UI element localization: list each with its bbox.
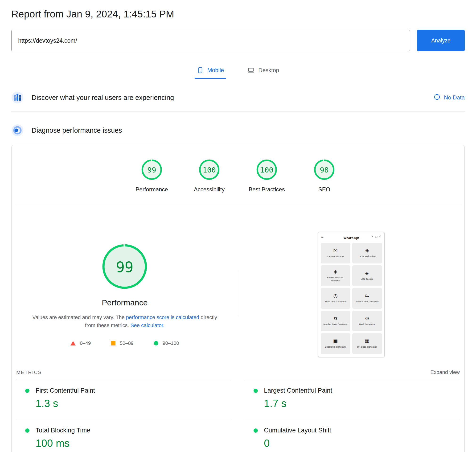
score-accessibility: 100 Accessibility — [190, 158, 228, 193]
tool-tile[interactable]: ⇆ JSON / Yaml Converter — [352, 288, 382, 309]
tool-icon: ⇆ — [333, 316, 338, 321]
pass-circle-icon — [154, 341, 158, 346]
tool-tile[interactable]: ▣ Checksum Generator — [321, 333, 350, 354]
tool-label: URL Encode — [361, 278, 373, 281]
pass-dot-icon — [254, 428, 258, 433]
metric-head: First Contentful Paint — [25, 387, 231, 394]
score-disclaimer: Values are estimated and may vary. The p… — [29, 313, 220, 329]
thumbnail-app-header: ≡ What's up! ☀ ▢ ☾ — [321, 234, 382, 243]
see-calculator-link[interactable]: See calculator. — [131, 322, 165, 328]
disclaimer-text: Values are estimated and may vary. The — [32, 314, 126, 320]
score-label[interactable]: Best Practices — [249, 186, 285, 193]
final-screenshot-thumbnail[interactable]: ≡ What's up! ☀ ▢ ☾ ⚄ Random Number — [318, 232, 384, 357]
tool-tile-grid: ⚄ Random Number ◈ JSON Web Token ◈ — [321, 243, 382, 354]
tool-icon: ▦ — [365, 339, 370, 344]
metric-head: Total Blocking Time — [25, 427, 231, 434]
metric-label: First Contentful Paint — [36, 387, 95, 394]
no-data-status[interactable]: No Data — [434, 94, 465, 102]
score-best-practices: 100 Best Practices — [248, 158, 286, 193]
svg-text:99: 99 — [147, 166, 156, 174]
tool-label: Date Time Converter — [325, 300, 346, 303]
metric-value: 0 — [264, 437, 460, 449]
category-scores: 99 Performance 100 Accessibility 100 — [12, 145, 464, 193]
url-form: Analyze — [11, 30, 465, 51]
tool-tile[interactable]: ◈ JSON Web Token — [352, 243, 382, 264]
metric-label: Total Blocking Time — [36, 427, 91, 434]
diagnose-section-title: Diagnose performance issues — [32, 126, 122, 134]
pass-dot-icon — [25, 389, 29, 393]
svg-text:98: 98 — [320, 166, 329, 174]
tool-tile[interactable]: ⚄ Random Number — [321, 243, 350, 264]
tool-tile[interactable]: ◷ Date Time Converter — [321, 288, 350, 309]
tool-tile[interactable]: ⇆ Number Base Converter — [321, 311, 350, 331]
url-input[interactable] — [11, 30, 410, 51]
analyze-button[interactable]: Analyze — [417, 30, 465, 51]
crux-users-icon — [11, 92, 24, 104]
tool-tile[interactable]: ⊛ Hash Generator — [352, 311, 382, 331]
auto-theme-icon: ▢ — [375, 235, 377, 238]
tool-icon: ◈ — [334, 269, 337, 274]
diagnose-section-header: Diagnose performance issues — [11, 124, 465, 136]
metric-value: 1.3 s — [36, 398, 231, 409]
legend-average-range: 50–89 — [111, 340, 133, 346]
tool-tile[interactable]: ◈ Base64 Encoder / Decoder — [321, 265, 350, 286]
no-data-label: No Data — [444, 94, 465, 101]
accessibility-score-gauge[interactable]: 100 — [198, 158, 221, 181]
seo-score-gauge[interactable]: 98 — [313, 158, 336, 181]
score-label[interactable]: Performance — [135, 186, 168, 193]
pagespeed-report-page: Report from Jan 9, 2024, 1:45:15 PM Anal… — [0, 8, 476, 452]
tool-icon: ◷ — [333, 293, 338, 298]
svg-text:100: 100 — [260, 166, 273, 174]
mobile-phone-icon — [197, 67, 204, 73]
tool-icon: ◈ — [365, 271, 369, 276]
tab-mobile[interactable]: Mobile — [195, 67, 226, 79]
performance-score-gauge[interactable]: 99 — [140, 158, 163, 181]
performance-detail-section: 99 Performance Values are estimated and … — [12, 204, 464, 357]
thumbnail-app-title: What's up! — [344, 236, 359, 240]
discover-section-title: Discover what your real users are experi… — [32, 94, 174, 102]
metric-value: 100 ms — [36, 437, 231, 449]
metric-first-contentful-paint: First Contentful Paint 1.3 s — [16, 380, 231, 420]
performance-gauge-title: Performance — [102, 298, 148, 307]
svg-text:100: 100 — [203, 166, 216, 174]
tab-mobile-label: Mobile — [207, 67, 224, 73]
lighthouse-beacon-icon — [11, 124, 24, 136]
tool-icon: ⇆ — [365, 293, 369, 298]
average-square-icon — [111, 341, 115, 346]
tool-icon: ◈ — [365, 248, 369, 253]
tool-label: Base64 Encoder / Decoder — [322, 276, 349, 282]
metric-cumulative-layout-shift: Cumulative Layout Shift 0 — [245, 420, 460, 452]
tool-label: Random Number — [327, 255, 344, 258]
legend-fail-range: 0–49 — [70, 340, 91, 346]
page-screenshot-column: ≡ What's up! ☀ ▢ ☾ ⚄ Random Number — [238, 204, 465, 357]
score-label[interactable]: Accessibility — [194, 186, 225, 193]
best-practices-score-gauge[interactable]: 100 — [255, 158, 278, 181]
tool-tile[interactable]: ◈ URL Encode — [352, 265, 382, 286]
expand-view-toggle[interactable]: Expand view — [430, 369, 460, 375]
fail-triangle-icon — [70, 341, 76, 346]
metric-head: Cumulative Layout Shift — [254, 427, 460, 434]
score-label[interactable]: SEO — [318, 186, 330, 193]
legend-range-label: 50–89 — [120, 340, 133, 346]
metrics-grid: First Contentful Paint 1.3 s Largest Con… — [12, 380, 464, 452]
legend-range-label: 0–49 — [80, 340, 91, 346]
hamburger-menu-icon: ≡ — [321, 235, 324, 239]
metrics-caption: METRICS — [16, 370, 42, 375]
tab-desktop[interactable]: Desktop — [245, 67, 281, 79]
tool-label: Checksum Generator — [325, 346, 346, 349]
tool-tile[interactable]: ▦ QR Code Generator — [352, 333, 382, 354]
metric-value: 1.7 s — [264, 398, 460, 409]
sun-icon: ☀ — [371, 235, 373, 238]
calculation-link[interactable]: performance score is calculated — [126, 314, 199, 320]
tool-icon: ⚄ — [333, 248, 338, 253]
lighthouse-report-card: 99 Performance 100 Accessibility 100 — [11, 145, 465, 452]
performance-main-gauge: 99 — [101, 243, 148, 290]
svg-text:99: 99 — [116, 259, 134, 276]
score-performance: 99 Performance — [133, 158, 171, 193]
tool-label: Hash Generator — [359, 323, 375, 326]
metrics-header-row: METRICS Expand view — [12, 369, 464, 375]
score-scale-legend: 0–49 50–89 90–100 — [70, 340, 179, 346]
tool-label: QR Code Generator — [357, 346, 377, 349]
pass-dot-icon — [25, 428, 29, 433]
device-tabs: Mobile Desktop — [11, 67, 465, 79]
